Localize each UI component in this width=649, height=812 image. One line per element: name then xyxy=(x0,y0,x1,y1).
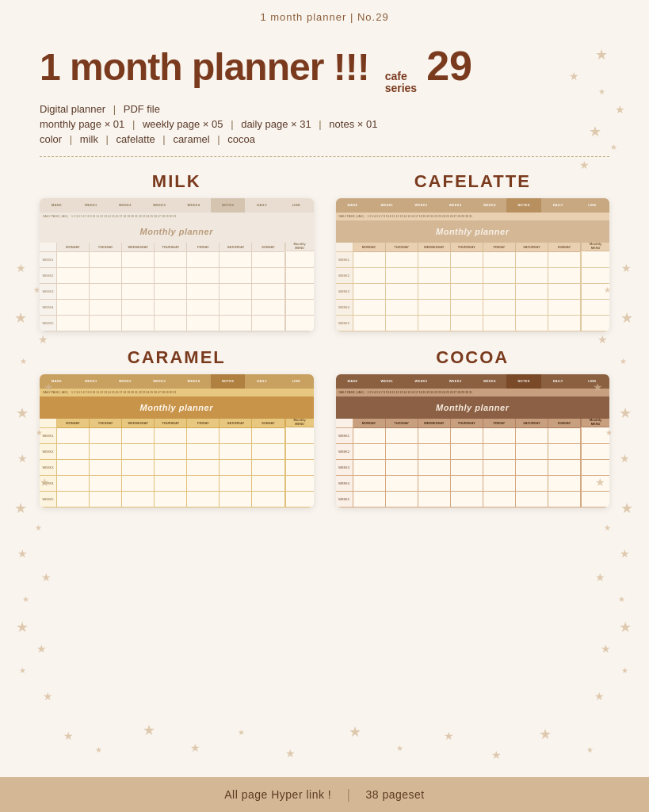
caramel-planner-card: CARAMEL MAKE WEEK1 WEEK2 WEEK3 WEEK4 NOT… xyxy=(40,347,314,508)
cocoa-week2: WEEK2 xyxy=(336,444,353,460)
milk-mini-planner: MAKE WEEK1 WEEK2 WEEK3 WEEK4 NOTES DAILY… xyxy=(40,198,314,331)
caramel-day-mon: MONDAY xyxy=(57,419,90,428)
main-title: 1 month planner !!! xyxy=(40,45,369,89)
cocoa-day-wed: WEDNESDAY xyxy=(418,419,451,428)
milk-monthly-menu-2 xyxy=(285,268,314,284)
cocoa-week5: WEEK5 xyxy=(336,492,353,508)
milk-w1d4 xyxy=(155,252,187,268)
milk-day-fri: FRIDAY xyxy=(187,243,220,252)
cocoa-tab-week4: WEEK4 xyxy=(472,374,506,389)
caramel-tab-week3: WEEK3 xyxy=(143,374,177,389)
milk-w4d5 xyxy=(187,300,220,316)
cafelatte-tab-make: MAKE xyxy=(336,198,370,213)
milk-w3d5 xyxy=(187,284,220,300)
star-decoration: ★ xyxy=(41,571,52,584)
star-decoration: ★ xyxy=(491,749,502,762)
star-decoration: ★ xyxy=(444,730,454,743)
star-decoration: ★ xyxy=(349,723,361,741)
cafelatte-tab-week2: WEEK2 xyxy=(404,198,438,213)
series-number: 29 xyxy=(426,45,472,86)
milk-week1-label: WEEK1 xyxy=(40,252,57,268)
milk-monthly-menu-5 xyxy=(285,316,314,331)
star-decoration: ★ xyxy=(539,726,552,743)
cafelatte-week-col-header xyxy=(336,243,353,252)
milk-row-3: WEEK3 xyxy=(40,284,314,300)
milk-w5d5 xyxy=(187,316,220,331)
milk-day-sun: SUNDAY xyxy=(252,243,284,252)
cafelatte-day-sat: SATURDAY xyxy=(516,243,548,252)
caramel-mini-planner: MAKE WEEK1 WEEK2 WEEK3 WEEK4 NOTES DAILY… xyxy=(40,374,314,508)
milk-w1d2 xyxy=(90,252,122,268)
cafelatte-week5: WEEK5 xyxy=(336,316,353,331)
milk-tab-link: LINK xyxy=(279,198,313,213)
milk-tabs: MAKE WEEK1 WEEK2 WEEK3 WEEK4 NOTES DAILY… xyxy=(40,198,314,213)
milk-w4d7 xyxy=(252,300,284,316)
footer-right-text: 38 pageset xyxy=(365,788,424,801)
milk-w2d5 xyxy=(187,268,220,284)
milk-w4d6 xyxy=(220,300,252,316)
caramel-week5: WEEK5 xyxy=(40,492,57,508)
cafe-series-label: cafeseries xyxy=(385,71,417,95)
star-decoration: ★ xyxy=(595,571,605,584)
caramel-tab-daily: DAILY xyxy=(245,374,279,389)
cafelatte-day-fri: FRIDAY xyxy=(483,243,516,252)
star-decoration: ★ xyxy=(16,619,29,636)
caramel-tab-make: MAKE xyxy=(40,374,74,389)
milk-planner-card: MILK MAKE WEEK1 WEEK2 WEEK3 WEEK4 NOTES … xyxy=(40,171,314,331)
cocoa-day-sat: SATURDAY xyxy=(516,419,548,428)
milk-w1d3 xyxy=(122,252,155,268)
milk-monthly-menu-3 xyxy=(285,284,314,300)
milk-w1d1 xyxy=(57,252,90,268)
milk-date-row: DAILY PAGE ( JAN ) 1 2 3 4 5 6 7 8 9 10 … xyxy=(40,213,314,220)
cocoa-tab-week1: WEEK1 xyxy=(370,374,404,389)
cafelatte-tab-daily: DAILY xyxy=(541,198,575,213)
caramel-days-header: MONDAY TUESDAY WEDNESDAY THURSDAY FRIDAY… xyxy=(40,419,314,428)
title-section: 1 month planner !!! cafeseries 29 Digita… xyxy=(40,45,609,145)
milk-monthly-title: Monthly planner xyxy=(140,227,213,236)
milk-day-mon: MONDAY xyxy=(57,243,90,252)
milk-w1d7 xyxy=(252,252,284,268)
milk-week4-label: WEEK4 xyxy=(40,300,57,316)
caramel-row-1: WEEK1 xyxy=(40,428,314,444)
caramel-day-sun: SUNDAY xyxy=(252,419,284,428)
caramel-tab-week1: WEEK1 xyxy=(74,374,108,389)
cocoa-day-tue: TUESDAY xyxy=(386,419,418,428)
cocoa-week3: WEEK3 xyxy=(336,460,353,476)
milk-day-thu: THURSDAY xyxy=(155,243,187,252)
caramel-row-5: WEEK5 xyxy=(40,492,314,508)
cafelatte-monthly-title: Monthly planner xyxy=(436,227,509,236)
milk-tab-daily: DAILY xyxy=(245,198,279,213)
cafelatte-row-5: WEEK5 xyxy=(336,316,610,331)
milk-w5d3 xyxy=(122,316,155,331)
title-row: 1 month planner !!! cafeseries 29 xyxy=(40,45,609,95)
caramel-day-tue: TUESDAY xyxy=(90,419,122,428)
cocoa-day-thu: THURSDAY xyxy=(451,419,483,428)
milk-days-header: MONDAY TUESDAY WEDNESDAY THURSDAY FRIDAY… xyxy=(40,243,314,252)
milk-w3d7 xyxy=(252,284,284,300)
star-decoration: ★ xyxy=(621,666,628,675)
cafelatte-tab-link: LINK xyxy=(575,198,609,213)
star-decoration: ★ xyxy=(22,595,29,603)
cafelatte-days-header: MONDAY TUESDAY WEDNESDAY THURSDAY FRIDAY… xyxy=(336,243,610,252)
caramel-week4: WEEK4 xyxy=(40,476,57,492)
caramel-week1: WEEK1 xyxy=(40,428,57,444)
cocoa-week1: WEEK1 xyxy=(336,428,353,444)
page-header: 1 month planner | No.29 xyxy=(0,0,649,29)
caramel-tab-week2: WEEK2 xyxy=(108,374,142,389)
caramel-row-4: WEEK4 xyxy=(40,476,314,492)
cafelatte-tab-week3: WEEK3 xyxy=(438,198,472,213)
cocoa-planner-card: COCOA MAKE WEEK1 WEEK2 WEEK3 WEEK4 NOTES… xyxy=(336,347,610,508)
milk-monthly-menu-cell xyxy=(285,252,314,268)
cocoa-tab-make: MAKE xyxy=(336,374,370,389)
caramel-tab-notes: NOTES xyxy=(211,374,245,389)
milk-tab-week2: WEEK2 xyxy=(108,198,142,213)
cafe-series-block: cafeseries xyxy=(385,71,417,95)
cafelatte-tab-week4: WEEK4 xyxy=(472,198,506,213)
milk-row-2: WEEK2 xyxy=(40,268,314,284)
cocoa-week4: WEEK4 xyxy=(336,476,353,492)
cafelatte-monthly-menu-header: MonthlyMENU xyxy=(581,243,609,251)
caramel-tab-week4: WEEK4 xyxy=(177,374,211,389)
milk-day-tue: TUESDAY xyxy=(90,243,122,252)
milk-tab-week3: WEEK3 xyxy=(143,198,177,213)
milk-w3d4 xyxy=(155,284,187,300)
